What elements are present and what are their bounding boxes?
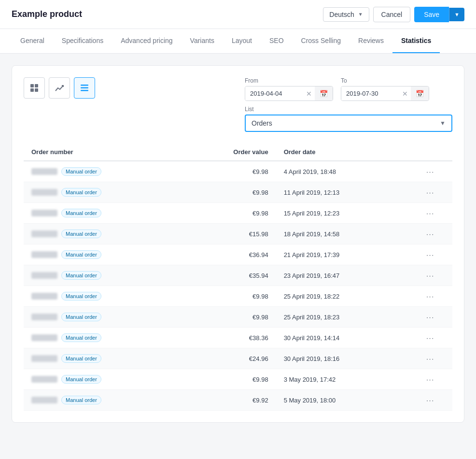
col-order-number: Order number <box>24 143 182 161</box>
language-label: Deutsch <box>329 11 354 18</box>
to-date-input[interactable] <box>341 86 399 100</box>
tab-reviews[interactable]: Reviews <box>350 29 392 53</box>
order-number-blurred <box>31 314 57 320</box>
from-date-calendar-button[interactable]: 📅 <box>315 86 333 100</box>
order-number-cell: Manual order <box>24 244 182 265</box>
order-number-cell: Manual order <box>24 369 182 390</box>
order-value-cell: €9.98 <box>182 369 276 390</box>
order-number-blurred <box>31 251 57 258</box>
page-header: Example product Deutsch ▼ Cancel Save ▼ <box>0 0 476 29</box>
tab-seo[interactable]: SEO <box>261 29 293 53</box>
table-row: Manual order €9.98 3 May 2019, 17:42 ··· <box>24 369 452 390</box>
order-number-blurred <box>31 272 57 279</box>
save-dropdown-button[interactable]: ▼ <box>449 8 464 21</box>
from-date-input[interactable] <box>245 86 303 100</box>
tab-cross-selling[interactable]: Cross Selling <box>293 29 350 53</box>
view-chart-button[interactable] <box>49 77 70 99</box>
row-actions-button[interactable]: ··· <box>408 286 452 307</box>
manual-order-badge: Manual order <box>61 209 101 217</box>
manual-order-badge: Manual order <box>61 250 101 259</box>
toolbar-row: From ✕ 📅 To ✕ 📅 <box>24 77 452 132</box>
order-number-cell: Manual order <box>24 203 182 224</box>
svg-rect-4 <box>81 85 88 86</box>
order-number-cell: Manual order <box>24 348 182 369</box>
row-actions-button[interactable]: ··· <box>408 265 452 286</box>
page-title: Example product <box>12 9 82 19</box>
order-number-cell: Manual order <box>24 161 182 182</box>
order-number-blurred <box>31 189 57 196</box>
row-actions-button[interactable]: ··· <box>408 348 452 369</box>
svg-rect-0 <box>30 84 34 87</box>
order-number-blurred <box>31 355 57 362</box>
order-value-cell: €9.92 <box>182 390 276 411</box>
chevron-down-icon: ▼ <box>358 12 363 17</box>
order-date-cell: 25 April 2019, 18:23 <box>276 307 409 328</box>
order-date-cell: 11 April 2019, 12:13 <box>276 182 409 203</box>
list-select-value: Orders <box>252 119 272 127</box>
date-row: From ✕ 📅 To ✕ 📅 <box>245 77 452 101</box>
tab-variants[interactable]: Variants <box>182 29 223 53</box>
col-order-value: Order value <box>182 143 276 161</box>
from-date-input-wrap: ✕ 📅 <box>245 86 333 101</box>
table-row: Manual order €35.94 23 April 2019, 16:47… <box>24 265 452 286</box>
view-grid-button[interactable] <box>24 77 45 99</box>
manual-order-badge: Manual order <box>61 167 101 176</box>
row-actions-button[interactable]: ··· <box>408 203 452 224</box>
order-number-cell: Manual order <box>24 328 182 348</box>
tab-layout[interactable]: Layout <box>223 29 261 53</box>
to-label: To <box>341 77 429 84</box>
manual-order-badge: Manual order <box>61 230 101 238</box>
order-number-cell: Manual order <box>24 390 182 411</box>
view-list-button[interactable] <box>74 77 95 99</box>
view-toggles <box>24 77 95 99</box>
row-actions-button[interactable]: ··· <box>408 161 452 182</box>
order-value-cell: €38.36 <box>182 328 276 348</box>
save-button[interactable]: Save <box>414 7 449 22</box>
header-actions: Deutsch ▼ Cancel Save ▼ <box>323 7 464 22</box>
row-actions-button[interactable]: ··· <box>408 369 452 390</box>
save-button-group: Save ▼ <box>414 7 464 22</box>
grid-icon <box>29 83 39 93</box>
order-number-cell: Manual order <box>24 182 182 203</box>
table-row: Manual order €9.98 25 April 2019, 18:22 … <box>24 286 452 307</box>
manual-order-badge: Manual order <box>61 313 101 321</box>
table-row: Manual order €9.98 25 April 2019, 18:23 … <box>24 307 452 328</box>
order-date-cell: 23 April 2019, 16:47 <box>276 265 409 286</box>
order-number-blurred <box>31 334 57 341</box>
tab-specifications[interactable]: Specifications <box>53 29 112 53</box>
tab-statistics[interactable]: Statistics <box>392 29 440 53</box>
list-label: List <box>245 106 452 113</box>
order-number-cell: Manual order <box>24 224 182 244</box>
row-actions-button[interactable]: ··· <box>408 244 452 265</box>
order-date-cell: 21 April 2019, 17:39 <box>276 244 409 265</box>
order-number-cell: Manual order <box>24 307 182 328</box>
manual-order-badge: Manual order <box>61 271 101 280</box>
svg-rect-5 <box>81 87 88 89</box>
cancel-button[interactable]: Cancel <box>373 7 411 22</box>
row-actions-button[interactable]: ··· <box>408 390 452 411</box>
order-number-cell: Manual order <box>24 286 182 307</box>
row-actions-button[interactable]: ··· <box>408 307 452 328</box>
to-date-clear-button[interactable]: ✕ <box>399 90 411 98</box>
table-row: Manual order €9.98 15 April 2019, 12:23 … <box>24 203 452 224</box>
order-number-blurred <box>31 168 57 175</box>
svg-rect-1 <box>35 84 38 87</box>
from-date-clear-button[interactable]: ✕ <box>303 90 315 98</box>
order-number-blurred <box>31 230 57 237</box>
row-actions-button[interactable]: ··· <box>408 182 452 203</box>
col-order-date: Order date <box>276 143 409 161</box>
order-date-cell: 30 April 2019, 18:16 <box>276 348 409 369</box>
tab-general[interactable]: General <box>12 29 53 53</box>
language-selector[interactable]: Deutsch ▼ <box>323 7 369 22</box>
tab-advanced-pricing[interactable]: Advanced pricing <box>112 29 181 53</box>
table-row: Manual order €15.98 18 April 2019, 14:58… <box>24 224 452 244</box>
list-select-dropdown[interactable]: Orders ▼ <box>245 115 452 132</box>
row-actions-button[interactable]: ··· <box>408 224 452 244</box>
to-date-calendar-button[interactable]: 📅 <box>411 86 429 100</box>
order-number-blurred <box>31 397 57 403</box>
table-header-row: Order number Order value Order date <box>24 143 452 161</box>
table-row: Manual order €9.92 5 May 2019, 18:00 ··· <box>24 390 452 411</box>
table-row: Manual order €9.98 4 April 2019, 18:48 ·… <box>24 161 452 182</box>
svg-rect-2 <box>30 88 34 92</box>
row-actions-button[interactable]: ··· <box>408 328 452 348</box>
